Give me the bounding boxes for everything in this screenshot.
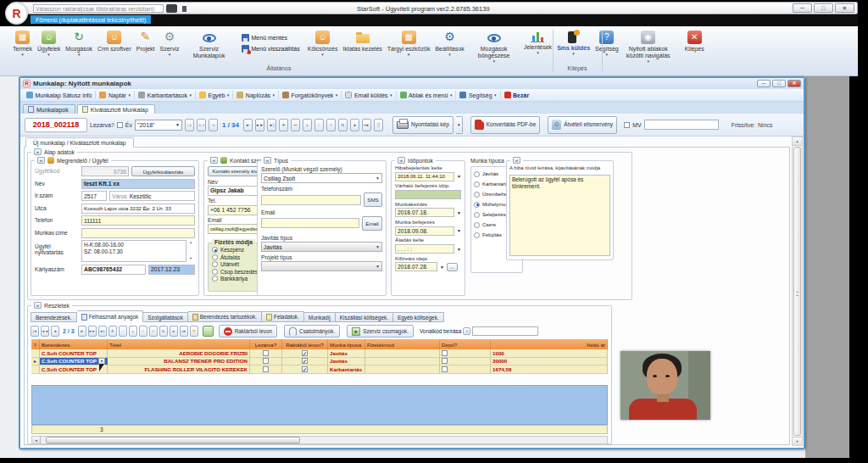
munkakezdes-field[interactable]: 2018.07.18. xyxy=(395,208,454,217)
menu-restore-button[interactable]: Menü visszaállítás xyxy=(242,45,300,53)
ribbon-item-segitseg[interactable]: ?Segítség▾ xyxy=(593,30,621,58)
menu-save-button[interactable]: Menü mentés xyxy=(242,34,300,42)
menu-bezar[interactable]: Bezár xyxy=(501,91,533,99)
menu-egyeb[interactable]: Egyéb▾ xyxy=(196,91,233,99)
form-page-tab[interactable]: Új munkalap / Kiválasztott munkalap xyxy=(25,137,134,148)
ribbon-item-crm[interactable]: ☺Crm szoftver xyxy=(95,30,134,53)
csatolmanyok-button[interactable]: Csatolmányok. xyxy=(284,325,340,337)
bookmark-record-button[interactable]: ● xyxy=(350,119,359,131)
details-refresh-button[interactable]: ↻ xyxy=(159,326,168,337)
horizontal-scrollbar[interactable]: ◄ xyxy=(31,436,608,444)
raktarbol-cell-checkbox[interactable] xyxy=(302,358,308,364)
telefon-field[interactable]: 111111 xyxy=(81,215,195,226)
details-cancel-button[interactable]: ✗ xyxy=(149,326,158,337)
atadas-kelte-field[interactable]: . . . : : xyxy=(395,244,454,254)
ribbon-item-ablak-navigalas[interactable]: ◉Nyitott ablakok közötti navigálás▾ xyxy=(621,30,676,64)
raktarbol-cell-checkbox[interactable] xyxy=(302,366,308,372)
minimize-button[interactable]: ─ xyxy=(793,3,812,13)
email-button[interactable]: Email xyxy=(362,216,382,231)
post-record-button[interactable]: ✓ xyxy=(314,119,324,131)
window-titlebar[interactable]: R Munkalap: Nyitott munkalapok ─ □ ✕ xyxy=(20,78,804,89)
hiba-textarea[interactable]: Belerúgott az ügyfél apósa és tönkrement… xyxy=(509,175,610,256)
vertical-scroll-thumb[interactable] xyxy=(793,147,801,436)
munka-befejezes-field[interactable]: 2018.09.08. xyxy=(395,226,454,236)
menu-karbantartasok[interactable]: Karbantartások▾ xyxy=(135,91,196,99)
menu-naptar[interactable]: Naptár▾ xyxy=(96,91,135,99)
ribbon-item-mozgasok-bongeszese[interactable]: Mozgások böngészése▾ xyxy=(467,30,521,64)
cancel-record-button[interactable]: ✗ xyxy=(326,119,336,131)
menu-forgatokonyvek[interactable]: Forgatókönyvek▾ xyxy=(279,91,342,99)
ribbon-item-szerviz[interactable]: ⚙Szerviz▾ xyxy=(158,30,182,58)
munkav-cime-field[interactable] xyxy=(81,228,195,238)
warehouse-dropdown-button[interactable] xyxy=(166,4,177,13)
collapse-icon[interactable]: « xyxy=(34,302,42,309)
warehouse-select-field[interactable]: Válasszon raktárat(csak többraktáras ver… xyxy=(33,4,164,13)
subtab-feladatok[interactable]: Feladatok. xyxy=(262,311,304,322)
ribbon-item-projekt[interactable]: ✎Projekt xyxy=(134,30,158,53)
window-close-button[interactable]: ✕ xyxy=(787,80,801,87)
print-dropdown-button[interactable]: ▾ xyxy=(456,116,463,134)
menu-ablak-es-menu[interactable]: Ablak és menü▾ xyxy=(397,91,457,99)
subtab-berendezes-tartozekok[interactable]: Berendezés tartozékok. xyxy=(188,311,262,322)
berendezes-cell-editing[interactable]: C.Soft COUNTER TOP▾ xyxy=(40,358,108,365)
chevron-down-icon[interactable]: ▼ xyxy=(457,228,461,233)
details-help-button[interactable]: ? xyxy=(190,326,198,337)
kifizetes-ideje-field[interactable]: 2018.07.28. xyxy=(395,262,437,271)
details-last-button[interactable]: ►| xyxy=(98,326,107,337)
kartyaszam-field[interactable]: ABC98765432 xyxy=(81,265,146,275)
refresh-record-button[interactable]: ↻ xyxy=(338,119,348,131)
last-record-button[interactable]: ►| xyxy=(267,119,276,131)
subtab-egyeb-koltsegek[interactable]: Egyéb költségek. xyxy=(393,312,444,322)
maximize-button[interactable]: □ xyxy=(814,3,833,13)
nyitvatartas-field[interactable]: H-K:08.00-16.00 SZ: 08.00-17.30 xyxy=(81,240,186,262)
vertical-scrollbar[interactable]: ▲ ▼ xyxy=(792,137,803,446)
details-post-button[interactable]: ✓ xyxy=(139,326,147,337)
subtab-berendezesek[interactable]: Berendezések. xyxy=(31,312,77,322)
varos-field[interactable]: VárosKesztölc xyxy=(109,191,195,201)
scroll-left-icon[interactable]: ◄ xyxy=(32,437,41,443)
table-row[interactable]: C.Soft COUNTER TOP AEROBIE DOGOBIE FRIZB… xyxy=(31,349,608,358)
chevron-down-icon[interactable]: ▼ xyxy=(457,210,461,215)
ribbon-item-iktatas[interactable]: Iktatás kezelés xyxy=(341,30,385,53)
subtab-felhasznalt-anyagok[interactable]: Felhasznált anyagok xyxy=(77,310,144,322)
utca-field[interactable]: Kossuth Lajos utca 3232 Ép: 2 Lh: 33 xyxy=(81,204,195,214)
nyitvatartas-scroll[interactable]: ▲▼ xyxy=(189,240,195,260)
fast-next-button[interactable]: ►► xyxy=(255,119,264,131)
add-record-button[interactable]: + xyxy=(279,119,288,131)
ribbon-item-szerviz-munkalapok[interactable]: Szerviz Munkalapok xyxy=(182,30,236,60)
window-minimize-button[interactable]: ─ xyxy=(757,80,771,87)
first-record-button[interactable]: |◄ xyxy=(185,119,194,131)
record-help-button[interactable]: ? xyxy=(374,119,383,131)
year-select[interactable]: "2018"▼ xyxy=(135,120,182,131)
delete-record-button[interactable]: − xyxy=(291,119,300,131)
collapse-icon[interactable]: « xyxy=(34,148,42,155)
details-first-button[interactable]: |◄ xyxy=(31,326,39,337)
ribbon-item-kolcsonzes[interactable]: ☺Kölcsönzés▾ xyxy=(305,30,341,58)
lezarva-checkbox[interactable] xyxy=(117,122,123,128)
collapse-icon[interactable]: « xyxy=(513,157,520,164)
menu-naplozas[interactable]: Naplózás▾ xyxy=(233,91,279,99)
subtab-kiszallasi-koltsegek[interactable]: Kiszállási költségek. xyxy=(336,312,393,322)
ribbon-item-jelentesek[interactable]: Jelentések▾ xyxy=(521,30,554,56)
menu-segitseg[interactable]: Segítség▾ xyxy=(456,91,500,99)
table-row-selected[interactable]: ► C.Soft COUNTER TOP▾ BALANSZ TRENER PRO… xyxy=(31,358,608,366)
scroll-down-icon[interactable]: ▼ xyxy=(793,437,802,445)
collapse-icon[interactable]: « xyxy=(398,157,405,164)
horizontal-scroll-thumb[interactable] xyxy=(46,437,300,443)
ribbon-item-ugyfelek[interactable]: ☺Ügyfelek▾ xyxy=(35,30,63,58)
depo-cell-checkbox[interactable] xyxy=(442,366,448,372)
chevron-down-icon[interactable]: ▼ xyxy=(440,265,444,270)
chevron-down-icon[interactable]: ▼ xyxy=(457,174,461,179)
details-add-button[interactable]: + xyxy=(108,326,117,337)
fast-prev-button[interactable]: ◄◄ xyxy=(197,119,206,131)
print-preview-button[interactable]: Nyomtatási kép xyxy=(392,116,453,134)
details-fast-next-button[interactable]: ►► xyxy=(88,326,97,337)
depo-cell-checkbox[interactable] xyxy=(442,358,448,364)
szerviz-csomagok-button[interactable]: ►Szerviz csomagok. xyxy=(347,325,414,337)
lezarva-cell-checkbox[interactable] xyxy=(263,350,269,356)
hibabejelentes-field[interactable]: 2018.06.11. 11:44:10 xyxy=(395,172,454,181)
kifizetes-dots-button[interactable]: ... xyxy=(447,263,458,271)
collapse-icon[interactable]: « xyxy=(37,157,45,164)
ribbon-item-sms[interactable]: Sms küldés▾ xyxy=(554,30,593,57)
projekt-tipus-select[interactable]: ▼ xyxy=(261,261,382,271)
